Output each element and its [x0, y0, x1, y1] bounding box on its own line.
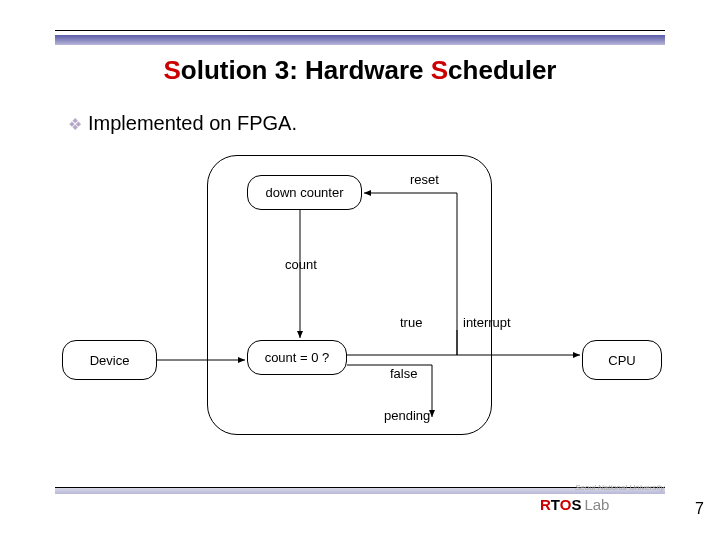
title-part1: olution 3: Hardware — [181, 55, 431, 85]
bullet-implemented: ❖Implemented on FPGA. — [68, 112, 297, 135]
box-device: Device — [62, 340, 157, 380]
slide-title: Solution 3: Hardware Scheduler — [0, 55, 720, 86]
box-count-zero: count = 0 ? — [247, 340, 347, 375]
bullet-diamond-icon: ❖ — [68, 116, 82, 133]
box-cpu: CPU — [582, 340, 662, 380]
label-false: false — [390, 366, 417, 381]
label-pending: pending — [384, 408, 430, 423]
label-true: true — [400, 315, 422, 330]
box-down-counter: down counter — [247, 175, 362, 210]
title-s1: S — [164, 55, 181, 85]
label-interrupt: interrupt — [463, 315, 511, 330]
university-label: Seoul National University — [575, 483, 664, 492]
title-part2: cheduler — [448, 55, 556, 85]
arrows — [62, 155, 662, 455]
bottom-bar — [55, 488, 665, 494]
page-number: 7 — [695, 500, 704, 518]
label-reset: reset — [410, 172, 439, 187]
title-s2: S — [431, 55, 448, 85]
bullet-text: Implemented on FPGA. — [88, 112, 297, 134]
top-rule — [55, 30, 665, 31]
diagram: down counter count = 0 ? Device CPU rese… — [62, 155, 662, 455]
top-bar — [55, 35, 665, 45]
rtos-logo: RTOSLab — [540, 496, 609, 513]
label-count: count — [285, 257, 317, 272]
